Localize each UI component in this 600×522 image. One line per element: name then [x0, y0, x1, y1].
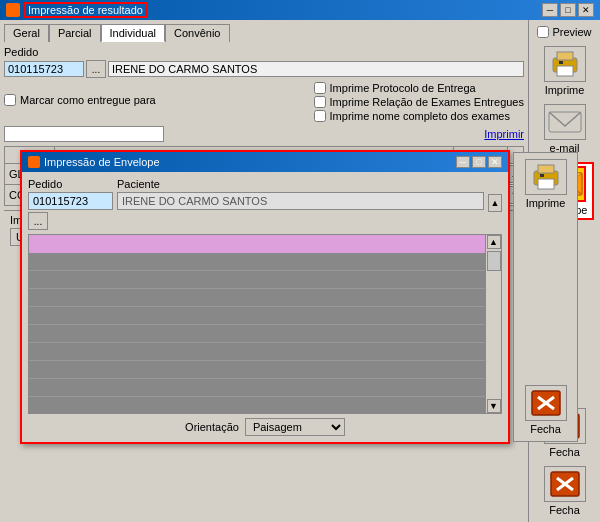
modal-paciente-label: Paciente [117, 178, 484, 190]
modal-icon [28, 156, 40, 168]
relacao-checkbox[interactable] [314, 96, 326, 108]
window-title: Impressão de resultado [24, 2, 147, 18]
modal-scroll-up-btn[interactable]: ▲ [487, 235, 501, 249]
minimize-button[interactable]: ─ [542, 3, 558, 17]
modal-minimize[interactable]: ─ [456, 156, 470, 168]
tab-bar: Geral Parcial Individual Convênio [4, 24, 524, 42]
entregue-label: Marcar como entregue para [20, 94, 156, 106]
entregue-input[interactable] [4, 126, 164, 142]
modal-first-row [29, 235, 485, 253]
imprime-button[interactable]: Imprime [536, 46, 594, 96]
window-icon [6, 3, 20, 17]
patient-name-input[interactable] [108, 61, 524, 77]
entregue-checkbox[interactable] [4, 94, 16, 106]
modal-title-bar: Impressão de Envelope ─ □ ✕ [22, 152, 508, 172]
maximize-button[interactable]: □ [560, 3, 576, 17]
modal-body: Pedido ... Paciente ▲ [22, 172, 508, 442]
modal-scroll-up[interactable]: ▲ [488, 194, 502, 212]
modal-row [29, 361, 485, 379]
modal-row [29, 289, 485, 307]
modal-fecha-icon [525, 385, 567, 421]
pedido-label: Pedido [4, 46, 524, 58]
protocolo-checkbox[interactable] [314, 82, 326, 94]
modal-fecha-button[interactable]: Fecha [517, 385, 575, 435]
tab-individual[interactable]: Individual [101, 24, 165, 42]
modal-maximize[interactable]: □ [472, 156, 486, 168]
modal-row [29, 379, 485, 397]
preview-checkbox[interactable] [537, 26, 549, 38]
modal-imprime-button[interactable]: Imprime [517, 159, 575, 209]
modal-row [29, 271, 485, 289]
modal-row [29, 325, 485, 343]
pedido-dots-button[interactable]: ... [86, 60, 106, 78]
modal-scroll-thumb[interactable] [487, 251, 501, 271]
modal-imprime-label: Imprime [526, 197, 566, 209]
orientacao-label: Orientação [185, 421, 239, 433]
modal-pedido-label: Pedido [28, 178, 113, 190]
nome-completo-label: Imprime nome completo dos exames [330, 110, 510, 122]
svg-rect-14 [538, 165, 554, 173]
imprime-label: Imprime [545, 84, 585, 96]
printer-icon [544, 46, 586, 82]
tab-geral[interactable]: Geral [4, 24, 49, 42]
modal-table-area: ▲ ▼ [28, 234, 502, 414]
modal-printer-icon [525, 159, 567, 195]
fecha2-label: Fecha [549, 504, 580, 516]
orientacao-select[interactable]: Paisagem Retrato [245, 418, 345, 436]
modal-dots-button[interactable]: ... [28, 212, 48, 230]
modal-row [29, 343, 485, 361]
svg-rect-15 [538, 179, 554, 189]
modal-fecha-label: Fecha [530, 423, 561, 435]
imprimir-link[interactable]: Imprimir [484, 128, 524, 140]
modal-pedido-input[interactable] [28, 192, 113, 210]
pedido-input[interactable] [4, 61, 84, 77]
modal-dialog: Impressão de Envelope ─ □ ✕ Pedido ... P… [20, 150, 510, 444]
svg-rect-1 [557, 52, 573, 60]
tab-convenio[interactable]: Convênio [165, 24, 229, 42]
fecha-label: Fecha [549, 446, 580, 458]
email-button[interactable]: e-mail [536, 104, 594, 154]
svg-rect-2 [557, 66, 573, 76]
orientacao-row: Orientação Paisagem Retrato [28, 418, 502, 436]
fecha2-icon [544, 466, 586, 502]
relacao-label: Imprime Relação de Exames Entregues [330, 96, 524, 108]
modal-row [29, 307, 485, 325]
modal-close[interactable]: ✕ [488, 156, 502, 168]
modal-paciente-input[interactable] [117, 192, 484, 210]
tab-parcial[interactable]: Parcial [49, 24, 101, 42]
svg-rect-3 [559, 61, 563, 64]
email-icon [544, 104, 586, 140]
fecha2-button[interactable]: Fecha [536, 466, 594, 516]
nome-completo-checkbox[interactable] [314, 110, 326, 122]
protocolo-label: Imprime Protocolo de Entrega [330, 82, 476, 94]
title-bar: Impressão de resultado ─ □ ✕ [0, 0, 600, 20]
modal-row [29, 253, 485, 271]
svg-rect-16 [540, 174, 544, 177]
modal-scroll-down-btn[interactable]: ▼ [487, 399, 501, 413]
modal-title: Impressão de Envelope [44, 156, 160, 168]
modal-scrollbar: ▲ ▼ [485, 235, 501, 413]
svg-rect-4 [549, 112, 581, 132]
preview-label: Preview [552, 26, 591, 38]
modal-pedido-row: Pedido ... Paciente ▲ [28, 178, 502, 230]
close-button[interactable]: ✕ [578, 3, 594, 17]
